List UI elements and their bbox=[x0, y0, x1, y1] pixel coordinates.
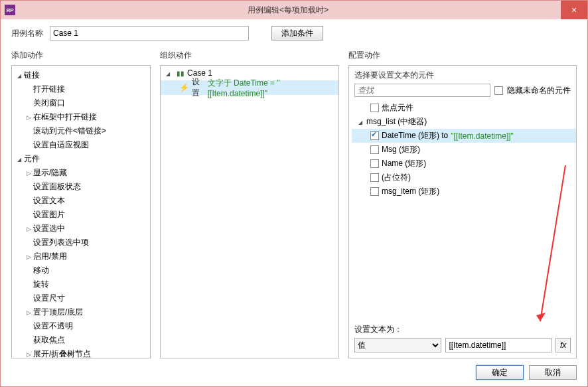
search-row: 隐藏未命名的元件 bbox=[349, 84, 576, 101]
app-icon: RP bbox=[5, 5, 15, 15]
tree-item[interactable]: 设置选中 bbox=[12, 222, 150, 236]
tree-item[interactable]: 获取焦点 bbox=[12, 333, 150, 347]
tree-item[interactable]: 滚动到元件<错链接> bbox=[12, 124, 150, 138]
widget-row[interactable]: Msg (矩形) bbox=[352, 143, 576, 157]
widget-row[interactable]: msg_item (矩形) bbox=[352, 185, 576, 198]
widget-checkbox[interactable] bbox=[370, 131, 379, 140]
widget-label: msg_list (中继器) bbox=[366, 116, 427, 127]
value-type-select[interactable]: 值 bbox=[354, 338, 441, 352]
cancel-button[interactable]: 取消 bbox=[529, 365, 577, 380]
tree-item-label: 元件 bbox=[23, 153, 40, 165]
tree-item-label: 启用/禁用 bbox=[32, 251, 67, 262]
tree-item[interactable]: 旋转 bbox=[12, 277, 150, 291]
titlebar: RP 用例编辑<每项加载时> × bbox=[1, 1, 587, 19]
tree-item[interactable]: 元件 bbox=[12, 152, 150, 166]
action-row[interactable]: ⚡ 设置 文字于 DateTime = "[[Item.datetime]]" bbox=[161, 80, 338, 95]
widget-checkbox[interactable] bbox=[370, 104, 379, 112]
configure-action-column: 配置动作 选择要设置文本的元件 隐藏未命名的元件 焦点元件msg_list (中… bbox=[348, 50, 577, 358]
tree-item-label: 设置自适应视图 bbox=[32, 139, 89, 151]
tree-item-label: 移动 bbox=[32, 265, 49, 276]
organize-action-column: 组织动作 ▮▮ Case 1 ⚡ 设置 文字于 DateTime = "[[It… bbox=[160, 50, 339, 358]
action-prefix: 设置 bbox=[192, 76, 208, 99]
value-input[interactable] bbox=[445, 338, 551, 352]
dialog-buttons: 确定 取消 bbox=[476, 365, 577, 380]
action-tree[interactable]: 链接打开链接关闭窗口在框架中打开链接滚动到元件<错链接>设置自适应视图元件显示/… bbox=[12, 66, 150, 358]
tree-item-label: 滚动到元件<错链接> bbox=[32, 125, 106, 137]
widget-checkbox[interactable] bbox=[370, 145, 379, 154]
widget-checkbox[interactable] bbox=[370, 187, 379, 196]
tree-item-label: 设置不透明 bbox=[32, 321, 73, 332]
tree-item[interactable]: 打开链接 bbox=[12, 82, 150, 96]
set-text-label: 设置文本为： bbox=[354, 324, 571, 335]
configure-panel: 选择要设置文本的元件 隐藏未命名的元件 焦点元件msg_list (中继器)Da… bbox=[348, 65, 577, 358]
tree-item[interactable]: 在框架中打开链接 bbox=[12, 110, 150, 124]
widget-label: msg_item (矩形) bbox=[382, 186, 439, 197]
hide-unnamed-checkbox[interactable] bbox=[494, 86, 503, 95]
tree-item[interactable]: 设置不透明 bbox=[12, 319, 150, 333]
case-editor-window: RP 用例编辑<每项加载时> × 用例名称 添加条件 添加动作 链接打开链接关闭… bbox=[0, 0, 588, 387]
chevron-right-icon bbox=[25, 253, 32, 260]
tree-item-label: 置于顶层/底层 bbox=[32, 307, 83, 318]
hide-unnamed-label: 隐藏未命名的元件 bbox=[507, 85, 571, 96]
tree-item[interactable]: 设置列表选中项 bbox=[12, 236, 150, 250]
widget-label: DateTime (矩形) to bbox=[382, 130, 448, 141]
widget-checkbox[interactable] bbox=[370, 173, 379, 182]
chevron-down-icon bbox=[165, 70, 171, 77]
widget-row[interactable]: DateTime (矩形) to "[[Item.datetime]]" bbox=[352, 129, 576, 143]
chevron-down-icon bbox=[16, 155, 23, 163]
tree-item-label: 设置选中 bbox=[32, 223, 65, 234]
widget-row[interactable]: (占位符) bbox=[352, 171, 576, 185]
case-icon: ▮▮ bbox=[177, 70, 184, 77]
window-title: 用例编辑<每项加载时> bbox=[15, 5, 561, 16]
widget-row[interactable]: msg_list (中继器) bbox=[352, 115, 576, 129]
widget-tree[interactable]: 焦点元件msg_list (中继器)DateTime (矩形) to "[[It… bbox=[349, 101, 576, 198]
tree-item-label: 关闭窗口 bbox=[32, 98, 65, 109]
tree-item-label: 打开链接 bbox=[32, 84, 65, 95]
add-action-label: 添加动作 bbox=[11, 50, 151, 61]
widget-checkbox[interactable] bbox=[370, 159, 379, 168]
chevron-right-icon bbox=[25, 169, 32, 177]
bolt-icon: ⚡ bbox=[179, 83, 189, 92]
select-widget-label: 选择要设置文本的元件 bbox=[354, 70, 576, 81]
fx-button[interactable]: fx bbox=[555, 338, 571, 352]
case-name-label: 用例名称 bbox=[11, 28, 43, 39]
widget-label: Name (矩形) bbox=[382, 158, 426, 169]
chevron-right-icon bbox=[25, 225, 32, 232]
search-input[interactable] bbox=[354, 84, 490, 97]
ok-button[interactable]: 确定 bbox=[476, 365, 524, 380]
tree-item[interactable]: 置于顶层/底层 bbox=[12, 305, 150, 319]
tree-item[interactable]: 设置自适应视图 bbox=[12, 138, 150, 152]
configure-action-label: 配置动作 bbox=[348, 50, 577, 61]
widget-value: "[[Item.datetime]]" bbox=[451, 131, 514, 141]
case-name-input[interactable] bbox=[50, 26, 249, 40]
tree-item-label: 设置图片 bbox=[32, 209, 65, 220]
tree-item[interactable]: 设置尺寸 bbox=[12, 291, 150, 305]
chevron-down-icon bbox=[16, 72, 23, 79]
widget-row[interactable]: 焦点元件 bbox=[352, 101, 576, 115]
widget-label: (占位符) bbox=[382, 172, 411, 183]
organize-panel: ▮▮ Case 1 ⚡ 设置 文字于 DateTime = "[[Item.da… bbox=[160, 65, 339, 358]
widget-row[interactable]: Name (矩形) bbox=[352, 157, 576, 171]
tree-item[interactable]: 链接 bbox=[12, 68, 150, 82]
tree-item-label: 设置列表选中项 bbox=[32, 237, 89, 248]
tree-item[interactable]: 关闭窗口 bbox=[12, 96, 150, 110]
tree-item-label: 显示/隐藏 bbox=[32, 167, 67, 179]
case-name-row: 用例名称 添加条件 bbox=[11, 26, 577, 40]
close-button[interactable]: × bbox=[561, 1, 587, 19]
tree-item[interactable]: 设置面板状态 bbox=[12, 180, 150, 194]
tree-item[interactable]: 设置图片 bbox=[12, 208, 150, 222]
tree-item-label: 设置尺寸 bbox=[32, 293, 65, 304]
tree-item[interactable]: 移动 bbox=[12, 264, 150, 277]
add-action-column: 添加动作 链接打开链接关闭窗口在框架中打开链接滚动到元件<错链接>设置自适应视图… bbox=[11, 50, 151, 358]
add-condition-button[interactable]: 添加条件 bbox=[271, 26, 323, 40]
action-text: 文字于 DateTime = "[[Item.datetime]]" bbox=[208, 78, 338, 98]
tree-item[interactable]: 设置文本 bbox=[12, 194, 150, 208]
chevron-right-icon bbox=[25, 114, 32, 121]
tree-item[interactable]: 展开/折叠树节点 bbox=[12, 347, 150, 358]
chevron-down-icon bbox=[357, 118, 364, 125]
columns: 添加动作 链接打开链接关闭窗口在框架中打开链接滚动到元件<错链接>设置自适应视图… bbox=[11, 50, 577, 358]
tree-item[interactable]: 显示/隐藏 bbox=[12, 166, 150, 180]
widget-label: Msg (矩形) bbox=[382, 144, 420, 155]
svg-marker-1 bbox=[536, 313, 546, 321]
tree-item[interactable]: 启用/禁用 bbox=[12, 250, 150, 264]
